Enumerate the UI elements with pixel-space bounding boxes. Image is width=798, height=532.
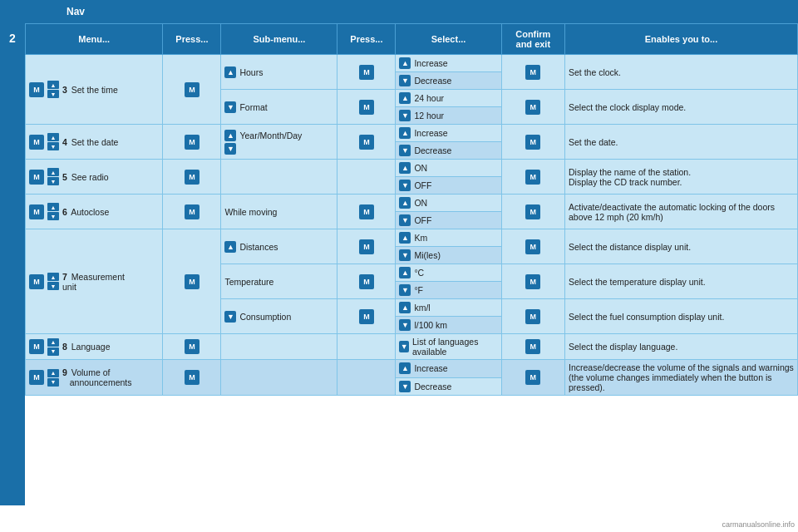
confirm-distances: M xyxy=(501,229,564,264)
enables-radio: Display the name of the station.Display … xyxy=(564,160,797,195)
menu-cell-autoclose: M ▲ ▼ 6 Autoclose xyxy=(26,195,163,229)
btn-m: M xyxy=(29,135,44,150)
select-on-radio: ▲ ON xyxy=(396,160,501,177)
enables-temperature: Select the temperature display unit. xyxy=(564,264,797,299)
press-m-volume: M xyxy=(163,360,221,396)
select-label: ON xyxy=(414,163,427,173)
btn-m: M xyxy=(525,274,540,289)
arrow-up-icon: ▲ xyxy=(399,127,411,139)
btn-m: M xyxy=(525,65,540,80)
select-label: °C xyxy=(414,268,424,278)
btn-m: M xyxy=(185,370,200,385)
btn-m: M xyxy=(525,309,540,324)
table-row: M ▲ ▼ 8 Language M xyxy=(26,334,798,360)
select-off-autoclose: ▼ OFF xyxy=(396,212,501,229)
btn-m: M xyxy=(29,170,44,185)
btn-m: M xyxy=(185,274,200,289)
enables-volume: Increase/decrease the volume of the sign… xyxy=(564,360,797,396)
press-radio-empty xyxy=(337,160,396,195)
menu-item-label: 6 Autoclose xyxy=(62,207,109,217)
arrow-up-icon: ▲ xyxy=(399,92,411,104)
submenu-label: Year/Month/Day xyxy=(239,131,302,140)
press-m-ymd: M xyxy=(337,125,396,160)
btn-m: M xyxy=(525,135,540,150)
arrow-down-icon: ▼ xyxy=(399,214,411,226)
select-label: OFF xyxy=(414,180,431,190)
section-title: Nav xyxy=(66,6,85,17)
confirm-clock: M xyxy=(501,55,564,90)
arrow-up: ▲ xyxy=(47,338,59,347)
arrow-up-icon: ▲ xyxy=(399,302,411,313)
col-header-enables: Enables you to... xyxy=(564,24,797,55)
arrow-down-icon: ▼ xyxy=(399,319,411,331)
table-row: M ▲ ▼ 5 See radio M xyxy=(26,160,798,177)
arrow-up-icon: ▲ xyxy=(399,57,411,69)
confirm-volume: M xyxy=(501,360,564,396)
confirm-temperature: M xyxy=(501,264,564,299)
menu-cell-volume: M ▲ ▼ 9 Volume of announcements xyxy=(26,360,163,396)
table-row: M ▲ ▼ 6 Autoclose M While moving xyxy=(26,195,798,212)
arrow-up: ▲ xyxy=(47,168,59,176)
btn-m: M xyxy=(29,274,44,289)
btn-m: M xyxy=(29,339,44,354)
press-m-radio: M xyxy=(163,160,221,195)
btn-m: M xyxy=(525,239,540,254)
enables-consumption: Select the fuel consumption display unit… xyxy=(564,299,797,334)
enables-autoclose: Activate/deactivate the automatic lockin… xyxy=(564,195,797,229)
confirm-format: M xyxy=(501,90,564,125)
confirm-consumption: M xyxy=(501,299,564,334)
btn-m: M xyxy=(359,204,374,219)
col-header-submenu: Sub-menu... xyxy=(221,24,337,55)
arrow-down-icon: ▼ xyxy=(399,180,411,191)
arrow-down: ▼ xyxy=(47,142,59,150)
select-decrease: ▼ Decrease xyxy=(396,72,501,90)
arrow-down-icon: ▼ xyxy=(224,143,236,155)
menu-cell-set-date: M ▲ ▼ 4 Set the date xyxy=(26,125,163,160)
submenu-label: Consumption xyxy=(239,312,291,322)
enables-language: Select the display language. xyxy=(564,334,797,360)
select-decrease-date: ▼ Decrease xyxy=(396,142,501,160)
press-m-while-moving: M xyxy=(337,195,396,229)
menu-item-label: 5 See radio xyxy=(62,172,109,182)
select-miles: ▼ Mi(les) xyxy=(396,247,501,264)
select-label: km/l xyxy=(414,303,430,313)
arrow-down: ▼ xyxy=(47,90,59,98)
select-fahrenheit: ▼ °F xyxy=(396,282,501,299)
col-header-press2: Press... xyxy=(337,24,396,55)
menu-cell-language: M ▲ ▼ 8 Language xyxy=(26,334,163,360)
arrow-down-icon: ▼ xyxy=(224,101,236,113)
arrow-up: ▲ xyxy=(47,81,59,89)
select-label: 24 hour xyxy=(414,93,444,103)
btn-m: M xyxy=(29,204,44,219)
menu-cell-set-time: M ▲ ▼ 3 Set the time xyxy=(26,55,163,125)
arrow-down-icon: ▼ xyxy=(399,249,411,261)
col-header-menu: Menu... xyxy=(26,24,163,55)
table-row: M ▲ ▼ 4 Set the date M ▲ xyxy=(26,125,798,142)
select-km: ▲ Km xyxy=(396,229,501,247)
select-12h: ▼ 12 hour xyxy=(396,107,501,125)
arrow-down: ▼ xyxy=(47,282,59,290)
press-m-autoclose: M xyxy=(163,195,221,229)
enables-distances: Select the distance display unit. xyxy=(564,229,797,264)
arrow-down-icon: ▼ xyxy=(399,284,411,296)
submenu-label: Distances xyxy=(239,242,278,252)
select-label: OFF xyxy=(414,215,431,225)
select-kml: ▲ km/l xyxy=(396,299,501,317)
arrow-up-icon: ▲ xyxy=(399,162,411,174)
press-m-measurement: M xyxy=(163,229,221,334)
select-label: 12 hour xyxy=(414,111,444,121)
menu-item-label: 8 Language xyxy=(62,342,110,352)
select-languages: ▼ List of languages available xyxy=(396,334,501,360)
btn-m: M xyxy=(525,170,540,185)
submenu-radio-empty xyxy=(221,160,337,195)
select-label: Increase xyxy=(414,58,447,68)
table-row: M ▲ ▼ 3 Set the time M ▲ xyxy=(26,55,798,72)
submenu-consumption: ▼ Consumption xyxy=(221,299,337,334)
confirm-language: M xyxy=(501,334,564,360)
press-m-temperature: M xyxy=(337,264,396,299)
btn-m: M xyxy=(185,170,200,185)
col-header-confirm: Confirmand exit xyxy=(501,24,564,55)
arrow-up: ▲ xyxy=(47,133,59,141)
select-decrease-volume: ▼ Decrease xyxy=(396,377,501,396)
btn-m: M xyxy=(29,370,44,385)
